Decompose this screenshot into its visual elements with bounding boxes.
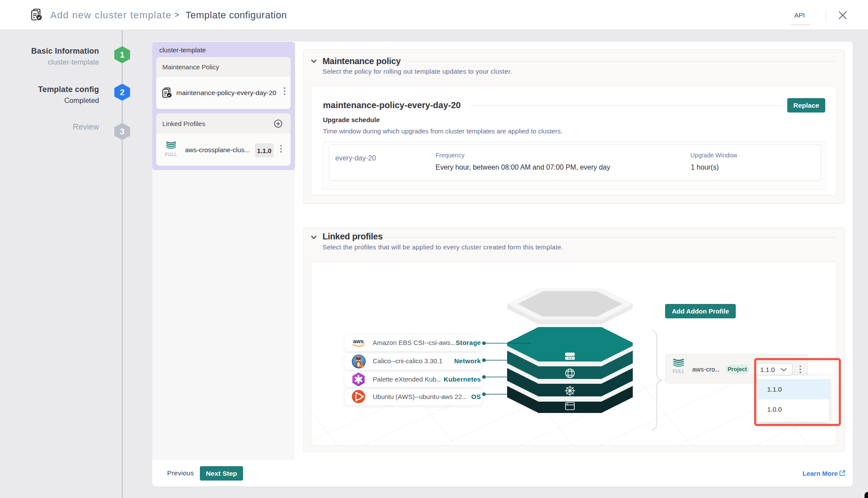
svg-text:aws: aws [353,338,364,345]
